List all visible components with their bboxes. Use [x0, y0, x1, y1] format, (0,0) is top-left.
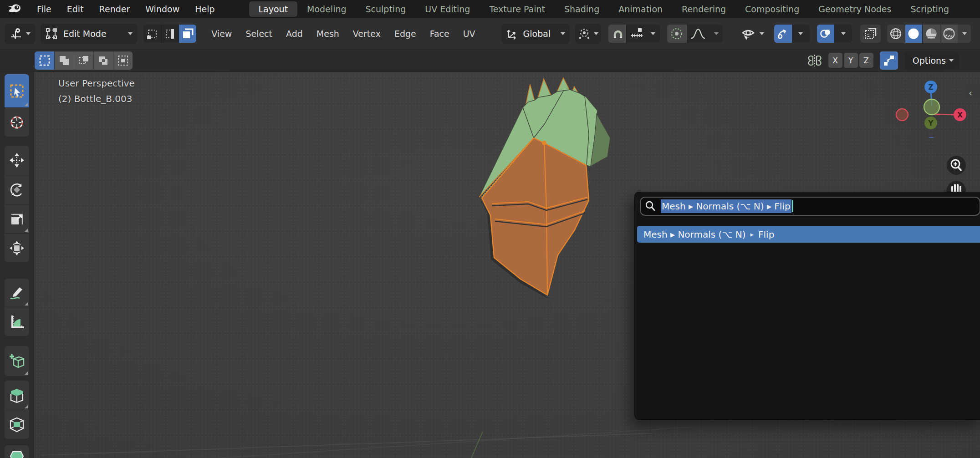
menu-edge[interactable]: Edge: [388, 29, 423, 39]
mode-selector[interactable]: Edit Mode: [41, 24, 137, 44]
overlays-dropdown[interactable]: [834, 25, 852, 43]
proportional-edit-toggle[interactable]: [667, 25, 687, 43]
options-dropdown[interactable]: Options: [904, 51, 959, 70]
zoom-button[interactable]: [947, 156, 966, 175]
menu-mesh[interactable]: Mesh: [310, 29, 346, 39]
menu-view[interactable]: View: [204, 29, 239, 39]
inset-faces-tool[interactable]: [5, 410, 29, 439]
viewport-header: Edit Mode: [0, 18, 980, 49]
chevron-down-icon: [962, 32, 967, 37]
tab-animation[interactable]: Animation: [609, 1, 672, 17]
chevron-down-icon: [561, 32, 565, 37]
show-overlays-toggle[interactable]: [817, 25, 835, 43]
wireframe-shading-button[interactable]: [887, 25, 905, 43]
transform-tool[interactable]: [5, 233, 29, 262]
show-hide-dropdown[interactable]: [741, 27, 764, 41]
vertex-select-mode-button[interactable]: [143, 25, 161, 43]
chevron-down-icon: [798, 32, 803, 37]
symmetry-y-button[interactable]: Y: [844, 53, 858, 68]
select-mode-extend-button[interactable]: [54, 51, 74, 70]
inset-faces-icon: [8, 416, 26, 433]
menu-search-popup: Mesh ▸ Normals (⌥ N) ▸ Flip Mesh ▸ Norma…: [634, 192, 980, 420]
gizmo-z-label: Z: [929, 83, 934, 92]
menu-render[interactable]: Render: [92, 0, 138, 18]
menu-select[interactable]: Select: [239, 29, 279, 39]
search-input[interactable]: Mesh ▸ Normals (⌥ N) ▸ Flip: [640, 197, 980, 216]
falloff-type-button[interactable]: [687, 25, 709, 43]
tab-sculpting[interactable]: Sculpting: [356, 1, 416, 17]
pivot-point-dropdown[interactable]: [575, 24, 601, 44]
annotate-tool[interactable]: [5, 279, 29, 307]
snap-mode-button[interactable]: [626, 25, 647, 43]
select-difference-icon: [97, 54, 110, 67]
tab-scripting[interactable]: Scripting: [901, 1, 959, 17]
cursor-tool[interactable]: [5, 107, 29, 137]
menu-uv[interactable]: UV: [456, 29, 482, 39]
collapse-arrow: ‹: [969, 87, 972, 98]
chevron-down-icon: [760, 32, 764, 37]
snap-dropdown[interactable]: [647, 25, 660, 43]
tab-uv-editing[interactable]: UV Editing: [415, 1, 480, 17]
scale-tool[interactable]: [5, 204, 29, 233]
edge-select-mode-button[interactable]: [161, 25, 179, 43]
tab-compositing[interactable]: Compositing: [735, 1, 809, 17]
add-primitive-tool[interactable]: [5, 346, 29, 376]
menu-help[interactable]: Help: [187, 0, 222, 18]
menu-edit[interactable]: Edit: [59, 0, 92, 18]
move-tool[interactable]: [5, 146, 29, 175]
shading-dropdown[interactable]: [958, 25, 971, 43]
move-icon: [9, 152, 25, 168]
xray-toggle[interactable]: [860, 25, 881, 43]
tab-rendering[interactable]: Rendering: [672, 1, 735, 17]
rendered-shading-button[interactable]: [940, 25, 958, 43]
tab-texture-paint[interactable]: Texture Paint: [480, 1, 555, 17]
symmetry-snap-icon: [883, 54, 895, 67]
symmetry-x-button[interactable]: X: [828, 53, 842, 68]
editor-type-selector[interactable]: [5, 24, 35, 44]
tab-layout[interactable]: Layout: [249, 1, 298, 17]
tab-geometry-nodes[interactable]: Geometry Nodes: [809, 1, 901, 17]
menu-add[interactable]: Add: [279, 29, 310, 39]
extrude-region-tool[interactable]: [5, 381, 29, 410]
transform-orientation-dropdown[interactable]: Global: [501, 24, 570, 44]
gizmo-dropdown[interactable]: [792, 25, 810, 43]
result-path-separator: ▸: [746, 230, 759, 239]
select-mode-subtract-button[interactable]: [74, 51, 93, 70]
navigation-gizmo[interactable]: Z X Y: [890, 76, 970, 138]
snap-toggle-button[interactable]: [608, 25, 626, 43]
menu-window[interactable]: Window: [138, 0, 187, 18]
select-mode-intersect-button[interactable]: [113, 51, 133, 70]
rotate-tool[interactable]: [5, 175, 29, 204]
face-select-mode-button[interactable]: [179, 25, 196, 43]
falloff-dropdown[interactable]: [709, 25, 723, 43]
select-box-tool[interactable]: [5, 74, 29, 107]
gizmo-x-negative-axis[interactable]: [896, 109, 908, 121]
xray-icon: [864, 27, 878, 41]
scale-icon: [9, 211, 25, 227]
menu-vertex[interactable]: Vertex: [346, 29, 388, 39]
menu-file[interactable]: File: [29, 0, 59, 18]
overlays-group: [817, 25, 852, 43]
tab-shading[interactable]: Shading: [555, 1, 609, 17]
mirror-butterfly-icon: [806, 53, 824, 68]
solid-shading-button[interactable]: [905, 25, 923, 43]
chevron-down-icon: [128, 32, 133, 37]
menu-face[interactable]: Face: [423, 29, 456, 39]
smooth-falloff-icon: [690, 27, 706, 41]
material-preview-shading-button[interactable]: [922, 25, 940, 43]
select-mode-difference-button[interactable]: [93, 51, 113, 70]
snap-symmetry-toggle[interactable]: [880, 51, 898, 70]
search-result-item[interactable]: Mesh ▸ Normals (⌥ N) ▸ Flip: [637, 226, 980, 243]
viewport-3d[interactable]: User Perspective (2) Bottle_B.003: [0, 72, 980, 458]
measure-tool[interactable]: [5, 307, 29, 336]
magnet-icon: [611, 27, 624, 40]
orientation-label: Global: [523, 29, 551, 39]
select-mode-new-button[interactable]: [35, 51, 54, 70]
gizmo-y-negative-axis[interactable]: [924, 99, 939, 115]
tab-modeling[interactable]: Modeling: [297, 1, 356, 17]
symmetry-z-button[interactable]: Z: [859, 53, 873, 68]
bevel-tool[interactable]: [5, 445, 29, 458]
solid-sphere-icon: [907, 27, 920, 40]
sidebar-collapse-toggle[interactable]: ‹: [965, 84, 980, 102]
show-gizmo-toggle[interactable]: [774, 25, 792, 43]
